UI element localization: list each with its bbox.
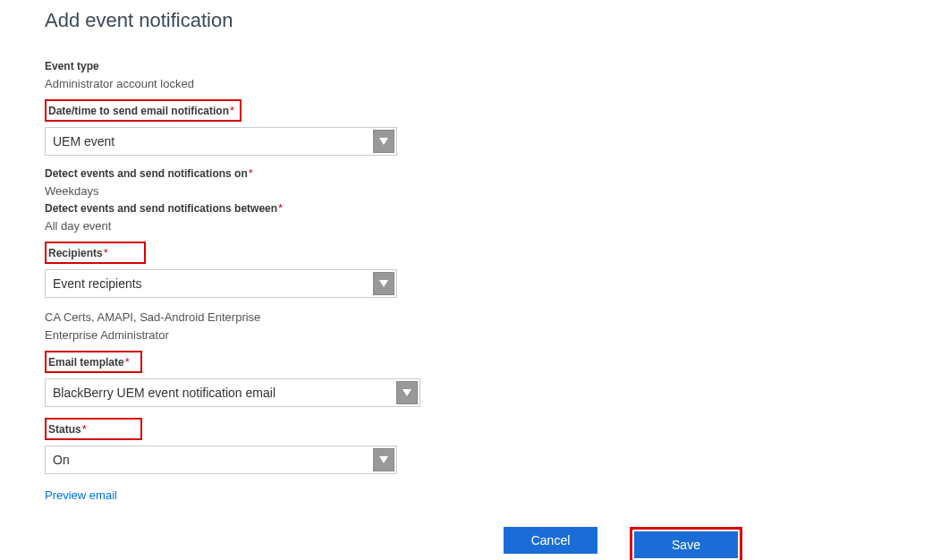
required-marker: * xyxy=(82,422,87,436)
svg-marker-0 xyxy=(379,138,388,145)
recipients-select[interactable]: Event recipients xyxy=(45,269,397,298)
detect-between-label: Detect events and send notifications bet… xyxy=(45,202,277,215)
required-marker: * xyxy=(125,355,130,369)
date-time-label-highlight: Date/time to send email notification* xyxy=(45,99,241,122)
email-template-select-value: BlackBerry UEM event notification email xyxy=(46,379,394,406)
email-template-label-highlight: Email template* xyxy=(45,351,142,373)
detect-on-value: Weekdays xyxy=(45,184,724,198)
dropdown-arrow-icon[interactable] xyxy=(373,448,394,471)
cancel-button[interactable]: Cancel xyxy=(504,527,597,554)
status-label: Status xyxy=(48,423,81,436)
email-template-label: Email template xyxy=(48,356,124,369)
status-select[interactable]: On xyxy=(45,445,397,474)
status-select-value: On xyxy=(46,446,371,473)
recipients-list-line2: Enterprise Administrator xyxy=(45,327,724,344)
required-marker: * xyxy=(104,246,108,259)
event-type-value: Administrator account locked xyxy=(45,77,724,90)
save-button-highlight: Save xyxy=(630,527,742,560)
detect-between-value: All day event xyxy=(45,219,724,233)
svg-marker-1 xyxy=(379,280,388,287)
dropdown-arrow-icon[interactable] xyxy=(396,381,418,404)
date-time-select-value: UEM event xyxy=(46,128,371,155)
page-title: Add event notification xyxy=(45,9,724,32)
recipients-label: Recipients xyxy=(48,247,103,259)
date-time-label: Date/time to send email notification xyxy=(48,105,229,117)
svg-marker-2 xyxy=(402,389,411,396)
svg-marker-3 xyxy=(379,456,388,463)
save-button[interactable]: Save xyxy=(634,531,738,558)
dropdown-arrow-icon[interactable] xyxy=(373,272,394,295)
required-marker: * xyxy=(278,201,283,215)
recipients-select-value: Event recipients xyxy=(46,270,371,297)
event-type-label: Event type xyxy=(45,60,99,72)
required-marker: * xyxy=(249,166,253,180)
required-marker: * xyxy=(230,104,234,117)
email-template-select[interactable]: BlackBerry UEM event notification email xyxy=(45,378,420,407)
preview-email-link[interactable]: Preview email xyxy=(45,488,117,502)
recipients-list: CA Certs, AMAPI, Sad-Android Enterprise … xyxy=(45,309,724,344)
detect-on-label: Detect events and send notifications on xyxy=(45,167,248,180)
recipients-list-line1: CA Certs, AMAPI, Sad-Android Enterprise xyxy=(45,309,724,327)
date-time-select[interactable]: UEM event xyxy=(45,127,397,156)
status-label-highlight: Status* xyxy=(45,418,142,440)
dropdown-arrow-icon[interactable] xyxy=(373,130,394,153)
recipients-label-highlight: Recipients* xyxy=(45,242,146,264)
